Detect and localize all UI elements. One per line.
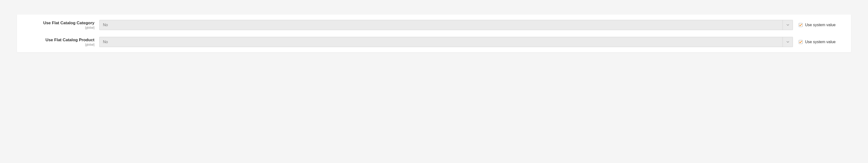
select-value: No	[99, 20, 782, 30]
checkbox-use-system-flat-category[interactable]	[799, 23, 803, 27]
config-panel: Use Flat Catalog Category [global] No Us…	[17, 15, 851, 52]
select-flat-product[interactable]: No	[99, 37, 793, 47]
field-label: Use Flat Catalog Category	[24, 21, 94, 25]
config-row-flat-category: Use Flat Catalog Category [global] No Us…	[24, 20, 844, 30]
check-col: Use system value	[793, 40, 844, 44]
field-scope: [global]	[24, 26, 94, 29]
select-col: No	[99, 20, 793, 30]
chevron-down-icon	[782, 37, 793, 47]
checkbox-use-system-flat-product[interactable]	[799, 40, 803, 44]
chevron-down-icon	[782, 20, 793, 30]
checkbox-label[interactable]: Use system value	[805, 23, 836, 27]
label-col: Use Flat Catalog Product [global]	[24, 37, 99, 46]
label-col: Use Flat Catalog Category [global]	[24, 21, 99, 29]
select-col: No	[99, 37, 793, 47]
checkbox-label[interactable]: Use system value	[805, 40, 836, 44]
config-row-flat-product: Use Flat Catalog Product [global] No Use…	[24, 37, 844, 47]
field-label: Use Flat Catalog Product	[24, 37, 94, 43]
select-value: No	[99, 37, 782, 47]
select-flat-category[interactable]: No	[99, 20, 793, 30]
check-col: Use system value	[793, 23, 844, 27]
field-scope: [global]	[24, 43, 94, 46]
